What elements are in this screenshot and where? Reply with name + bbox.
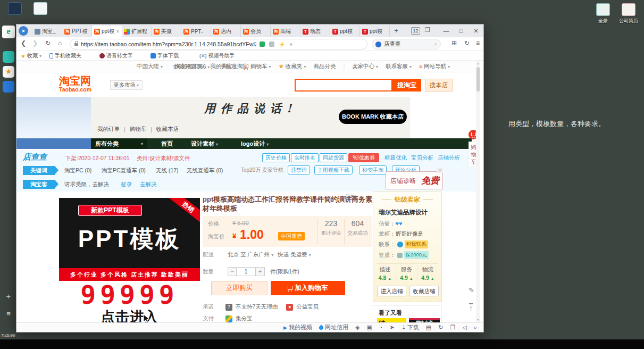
- favorite-shop-button[interactable]: 收藏店铺: [409, 286, 439, 296]
- refresh-icon[interactable]: ↻: [438, 324, 443, 331]
- qty-minus-button[interactable]: −: [228, 267, 237, 276]
- back-icon[interactable]: ❮: [21, 39, 26, 47]
- dianchacha-logo[interactable]: 店查查: [23, 152, 47, 162]
- url-text[interactable]: https://item.taobao.com/item.htm?spm=a23…: [81, 41, 256, 47]
- print-icon[interactable]: ▤: [426, 324, 431, 331]
- bolt-icon[interactable]: ⚡: [279, 41, 285, 47]
- taobao-logo[interactable]: 淘宝网 Taobao.com: [59, 76, 91, 93]
- scrollbar-thumb[interactable]: [476, 67, 480, 92]
- banner-cart-link[interactable]: 购物车: [130, 126, 147, 133]
- also-viewed-thumb-1[interactable]: 哇: [377, 318, 406, 322]
- screenshot-icon[interactable]: ▣: [366, 324, 372, 331]
- top20-seller-nav[interactable]: Top20万 卖家导航: [241, 167, 283, 174]
- also-viewed-thumb-2[interactable]: 网络小说 10万本: [409, 318, 440, 322]
- browser-e-icon[interactable]: e: [2, 26, 15, 38]
- pages-icon[interactable]: ❒: [425, 27, 430, 34]
- qty-plus-button[interactable]: +: [256, 267, 265, 276]
- shop-name[interactable]: 瑞尔艾迪品牌设计: [379, 209, 441, 217]
- item-analysis-link[interactable]: 宝贝分析: [411, 154, 433, 162]
- my-videos-button[interactable]: ▶我的视频: [283, 323, 312, 331]
- wangwang-icon[interactable]: [397, 242, 403, 247]
- scrollbar[interactable]: ▲ ▼: [476, 61, 480, 322]
- desktop-icon-1[interactable]: [4, 2, 26, 15]
- history-price-button[interactable]: 历史价格: [262, 153, 290, 162]
- tab-4[interactable]: 扩展程: [122, 26, 152, 37]
- search-taobao-button[interactable]: 搜淘宝: [392, 79, 421, 92]
- undo-icon[interactable]: ↻: [464, 39, 470, 47]
- address-bar[interactable]: https://item.taobao.com/item.htm?spm=a23…: [70, 39, 367, 49]
- banner-my-orders-link[interactable]: 我的订单: [97, 126, 120, 133]
- tab-1[interactable]: 淘宝_: [32, 26, 62, 37]
- extension-gray-icon[interactable]: [269, 41, 274, 47]
- tab-count-badge[interactable]: 12: [411, 27, 420, 35]
- desktop-icon-4[interactable]: 公司简历: [616, 3, 641, 24]
- scroll-up-arrow[interactable]: ▲: [476, 61, 480, 66]
- bookmark-shop-button[interactable]: BOOK MARK 收藏本店: [339, 110, 407, 124]
- qty-value[interactable]: 1: [237, 267, 256, 276]
- mute-icon[interactable]: ◁: [462, 324, 466, 331]
- back-to-top-icon[interactable]: ↑: [469, 303, 473, 312]
- tab-6[interactable]: 淘PPT-: [181, 26, 211, 37]
- more-markets-dropdown[interactable]: 更多市场▾: [110, 80, 143, 90]
- desktop-icon-3[interactable]: 全景: [591, 3, 615, 24]
- contact-me-button[interactable]: 和我联系: [405, 240, 428, 248]
- new-tab-button[interactable]: +: [392, 27, 400, 35]
- tab-7[interactable]: 淘店内: [211, 26, 241, 37]
- dock-star-icon[interactable]: ★: [3, 66, 14, 78]
- security-icon[interactable]: ◈: [355, 324, 359, 331]
- history-icon[interactable]: ◔: [379, 325, 383, 331]
- close-button[interactable]: ✕: [469, 24, 483, 37]
- taobao-home-link[interactable]: 淘宝网首页: [175, 63, 203, 70]
- product-image[interactable]: 新款PPT模板 热销 PPT模板 多个行业 多个风格 店主推荐 款款美丽: [59, 198, 200, 281]
- download-button[interactable]: ⇣下载: [402, 323, 419, 331]
- kw-pc[interactable]: 淘宝PC (0): [64, 167, 91, 174]
- extension-green-icon[interactable]: [260, 41, 265, 47]
- tab-9[interactable]: 淘高端: [271, 26, 300, 37]
- feedback-pencil-icon[interactable]: ✎: [469, 286, 474, 294]
- dock-menu-icon[interactable]: ≡: [4, 310, 13, 318]
- banner-fav-link[interactable]: 收藏本店: [156, 126, 179, 133]
- search-icon[interactable]: ⌕: [434, 41, 437, 47]
- find-icon[interactable]: ⌕: [474, 324, 477, 331]
- keyword-tab[interactable]: 关键词: [23, 166, 55, 175]
- desktop-icon-2[interactable]: [30, 2, 51, 15]
- tab-2[interactable]: 淘PPT模: [62, 26, 92, 37]
- coupon-button[interactable]: %!优惠券: [348, 153, 379, 162]
- tab-11[interactable]: Tppt模: [330, 26, 360, 37]
- cart-menu[interactable]: 购物车 ▾: [244, 63, 271, 70]
- shop-analysis-link[interactable]: 店铺分析: [438, 154, 460, 162]
- reload-icon[interactable]: ↻: [45, 39, 51, 47]
- minimize-button[interactable]: —: [439, 24, 454, 37]
- solve-link[interactable]: 去解决: [140, 181, 157, 188]
- all-categories-menu[interactable]: 所有分类▾: [91, 138, 147, 149]
- main-video-download-button[interactable]: 主图视频下载: [314, 165, 353, 174]
- boost-icon[interactable]: ➤: [389, 324, 394, 331]
- forward-icon[interactable]: ❯: [32, 39, 38, 47]
- kw-pc-ztc[interactable]: 淘宝PC直通车 (0): [102, 167, 146, 174]
- tab-3-active[interactable]: 淘ppt模✕: [92, 26, 122, 37]
- scroll-down-arrow[interactable]: ▼: [476, 317, 480, 322]
- chevron-down-icon[interactable]: ∨: [289, 42, 292, 47]
- shop-diagnosis-box[interactable]: 店铺诊断 免费 ✕: [386, 171, 443, 189]
- deposit-badge[interactable]: 保2000元: [404, 251, 429, 259]
- menu-icon[interactable]: ≡: [476, 39, 480, 47]
- contact-service-menu[interactable]: 联系客服 ▾: [386, 63, 412, 70]
- close-tab-icon[interactable]: ✕: [116, 29, 120, 34]
- shopnav-logo[interactable]: logo设计 ▾: [241, 140, 269, 148]
- bookmark-3[interactable]: 字体下载: [150, 52, 179, 60]
- kw-wireless-ztc[interactable]: 无线直通车 (0): [187, 167, 223, 174]
- bookmark-2[interactable]: 语音转文字: [99, 52, 133, 60]
- title-optimize-link[interactable]: 标题优化: [384, 154, 407, 162]
- taskbar[interactable]: [0, 339, 644, 349]
- shipping-fee-select[interactable]: 快递 免运费 ▾: [278, 251, 311, 259]
- taoke-tab[interactable]: 淘宝客: [23, 180, 55, 189]
- banned-words-button[interactable]: 违禁词: [288, 165, 310, 174]
- browser-search-box[interactable]: 店查查 ⌕: [372, 39, 441, 49]
- search-engine-icon[interactable]: [375, 41, 381, 47]
- close-icon[interactable]: ✕: [437, 168, 443, 173]
- mobile-preview-button[interactable]: 秒变手淘: [359, 165, 387, 174]
- bookmark-1[interactable]: 手机收藏夹: [49, 52, 81, 60]
- shopnav-home[interactable]: 首页: [161, 140, 173, 148]
- my-taobao-menu[interactable]: 我的淘宝 ▾: [210, 63, 236, 70]
- delivery-route-select[interactable]: 北京 至 广东广州 ▾: [228, 251, 273, 259]
